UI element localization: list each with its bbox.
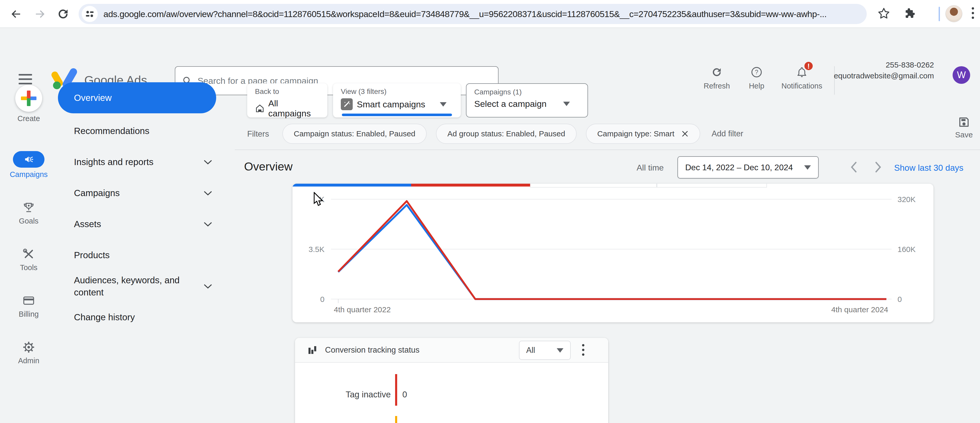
notifications-button[interactable]: Notifications bbox=[781, 66, 822, 90]
overview-chart-card: 7K 3.5K 0 320K 160K 0 4th quarter 2022 4… bbox=[293, 184, 934, 322]
conversion-tracking-card: Conversion tracking status All Tag inact… bbox=[295, 338, 608, 423]
date-range-picker[interactable]: Dec 14, 2022 – Dec 10, 2024 bbox=[678, 156, 819, 179]
notification-badge: ! bbox=[803, 61, 814, 72]
browser-back-icon[interactable] bbox=[9, 7, 23, 21]
y2-axis-tick: 320K bbox=[897, 195, 916, 204]
nav-item-assets[interactable]: Assets bbox=[58, 217, 235, 231]
date-range-label: All time bbox=[636, 163, 664, 172]
remove-filter-icon[interactable] bbox=[681, 130, 689, 137]
y-axis-tick: 3.5K bbox=[309, 245, 325, 254]
main-menu-icon[interactable] bbox=[19, 74, 32, 85]
rail-item-campaigns[interactable]: Campaigns bbox=[0, 151, 57, 179]
chart-line-red-metric bbox=[338, 201, 886, 299]
dropdown-arrow-icon bbox=[440, 102, 447, 107]
dropdown-arrow-icon bbox=[563, 102, 570, 106]
x-axis-label-end: 4th quarter 2024 bbox=[831, 305, 888, 314]
browser-toolbar: ads.google.com/aw/overview?channel=8&oci… bbox=[0, 0, 980, 28]
extensions-icon[interactable] bbox=[904, 7, 917, 20]
refresh-icon bbox=[711, 66, 723, 78]
browser-forward-icon[interactable] bbox=[33, 7, 46, 21]
campaign-selector[interactable]: Campaigns (1) Select a campaign bbox=[466, 83, 588, 117]
rail-item-billing[interactable]: Billing bbox=[0, 294, 57, 318]
selected-view-underline bbox=[342, 113, 452, 116]
selected-metric-tab-blue[interactable] bbox=[293, 184, 411, 187]
credit-card-icon bbox=[22, 294, 35, 307]
y2-axis-tick: 160K bbox=[897, 245, 916, 254]
account-id: 255-838-0262 bbox=[834, 59, 934, 70]
section-divider bbox=[235, 150, 980, 150]
nav-item-change-history[interactable]: Change history bbox=[58, 310, 235, 324]
selected-metric-tab-red[interactable] bbox=[411, 184, 530, 187]
add-filter-button[interactable]: Add filter bbox=[711, 129, 743, 139]
overview-chart-svg bbox=[293, 184, 934, 322]
chevron-down-icon bbox=[203, 221, 213, 227]
nav-item-products[interactable]: Products bbox=[58, 248, 235, 262]
filter-chip-campaign-type[interactable]: Campaign type: Smart bbox=[586, 124, 700, 144]
metric-tab[interactable] bbox=[657, 184, 767, 188]
rail-item-tools[interactable]: Tools bbox=[0, 247, 57, 272]
page-title: Overview bbox=[244, 160, 293, 173]
account-info[interactable]: 255-838-0262 equotradwebsite@gmail.com bbox=[834, 59, 934, 81]
dropdown-arrow-icon bbox=[804, 165, 811, 170]
nav-item-recommendations[interactable]: Recommendations bbox=[58, 124, 235, 137]
tools-icon bbox=[22, 247, 35, 261]
trophy-icon bbox=[22, 201, 35, 214]
rail-item-create[interactable]: Create bbox=[0, 85, 57, 123]
tab-group-indicator bbox=[939, 7, 940, 21]
save-icon bbox=[958, 116, 970, 128]
smart-campaign-icon bbox=[341, 98, 353, 110]
rail-item-goals[interactable]: Goals bbox=[0, 201, 57, 225]
card-overflow-menu-icon[interactable] bbox=[582, 344, 584, 356]
home-icon bbox=[255, 103, 265, 113]
next-period-icon[interactable] bbox=[870, 160, 886, 175]
gear-icon bbox=[22, 340, 35, 354]
conversion-row-value: 0 bbox=[402, 389, 407, 399]
refresh-button[interactable]: Refresh bbox=[696, 66, 737, 90]
dropdown-arrow-icon bbox=[557, 348, 563, 353]
conversion-card-header: Conversion tracking status All bbox=[295, 338, 608, 363]
nav-item-campaigns[interactable]: Campaigns bbox=[58, 186, 235, 200]
rail-item-admin[interactable]: Admin bbox=[0, 340, 57, 365]
view-filter-selector[interactable]: View (3 filters) Smart campaigns bbox=[333, 83, 461, 117]
y-axis-tick: 0 bbox=[320, 295, 325, 304]
chevron-down-icon bbox=[203, 283, 213, 289]
site-settings-icon[interactable] bbox=[82, 6, 98, 22]
account-email: equotradwebsite@gmail.com bbox=[834, 70, 934, 81]
nav-item-overview[interactable]: Overview bbox=[58, 82, 216, 113]
campaigns-megaphone-icon bbox=[13, 151, 45, 168]
metric-tab[interactable] bbox=[530, 184, 657, 188]
conversion-filter-dropdown[interactable]: All bbox=[519, 341, 571, 360]
y2-axis-tick: 0 bbox=[897, 295, 902, 304]
conversion-row-axis bbox=[395, 374, 397, 405]
bar-chart-icon bbox=[307, 345, 318, 356]
filters-label: Filters bbox=[247, 129, 269, 139]
app-header: Google Ads Refresh ? Help Notifications … bbox=[0, 29, 980, 75]
conversion-card-title: Conversion tracking status bbox=[325, 345, 419, 355]
previous-period-icon[interactable] bbox=[846, 160, 862, 175]
account-avatar[interactable]: W bbox=[953, 66, 970, 84]
help-icon: ? bbox=[751, 66, 762, 78]
mouse-cursor bbox=[313, 192, 326, 207]
nav-item-audiences-keywords-content[interactable]: Audiences, keywords, and content bbox=[58, 270, 235, 302]
conversion-row-label: Tag inactive bbox=[313, 389, 391, 399]
chevron-down-icon bbox=[203, 159, 213, 165]
svg-text:?: ? bbox=[755, 69, 759, 75]
back-to-all-campaigns-button[interactable]: Back to All campaigns bbox=[247, 83, 327, 117]
chart-line-blue-metric bbox=[338, 205, 886, 299]
x-axis-label-start: 4th quarter 2022 bbox=[334, 305, 391, 314]
filter-chip-campaign-status[interactable]: Campaign status: Enabled, Paused bbox=[282, 124, 426, 144]
help-button[interactable]: ? Help bbox=[736, 66, 777, 90]
browser-reload-icon[interactable] bbox=[56, 7, 70, 21]
bookmark-star-icon[interactable] bbox=[877, 7, 891, 20]
filter-chip-ad-group-status[interactable]: Ad group status: Enabled, Paused bbox=[436, 124, 576, 144]
address-bar[interactable]: ads.google.com/aw/overview?channel=8&oci… bbox=[79, 4, 867, 24]
chevron-down-icon bbox=[203, 190, 213, 196]
conversion-row-axis bbox=[395, 416, 397, 423]
create-plus-icon bbox=[15, 85, 42, 112]
browser-menu-icon[interactable] bbox=[972, 7, 974, 19]
show-last-30-days-link[interactable]: Show last 30 days bbox=[894, 163, 964, 173]
url-text[interactable]: ads.google.com/aw/overview?channel=8&oci… bbox=[103, 9, 827, 19]
save-button[interactable]: Save bbox=[948, 116, 980, 139]
browser-profile-avatar[interactable] bbox=[945, 5, 963, 22]
nav-item-insights-reports[interactable]: Insights and reports bbox=[58, 155, 235, 169]
